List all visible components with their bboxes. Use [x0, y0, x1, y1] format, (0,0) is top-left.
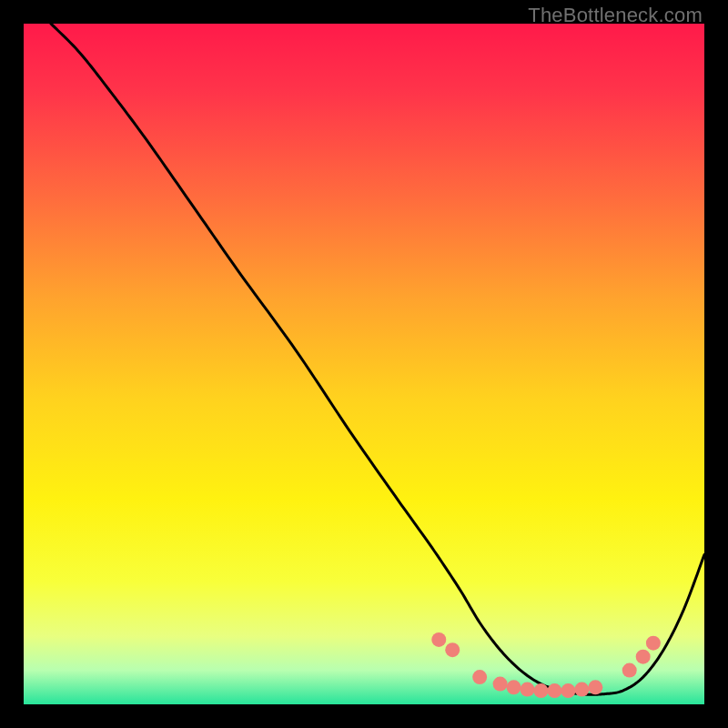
- data-marker: [521, 682, 535, 697]
- data-marker: [431, 632, 446, 647]
- data-marker: [561, 683, 575, 698]
- data-marker: [547, 683, 561, 698]
- data-marker: [574, 682, 589, 697]
- data-marker: [622, 663, 637, 678]
- data-marker: [507, 680, 521, 694]
- data-marker: [493, 677, 508, 692]
- data-marker: [445, 642, 460, 657]
- data-marker: [588, 680, 602, 694]
- data-marker: [472, 670, 487, 684]
- gradient-background: [24, 24, 704, 704]
- data-marker: [533, 683, 548, 698]
- chart-frame: [24, 24, 704, 704]
- data-marker: [636, 650, 651, 664]
- chart-svg: [24, 24, 704, 704]
- data-marker: [646, 636, 661, 651]
